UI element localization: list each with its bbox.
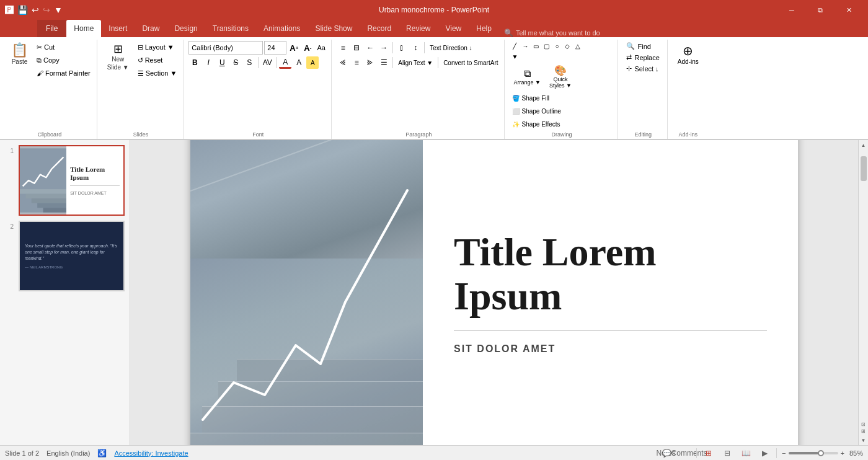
font-color-button[interactable]: A [279,56,291,69]
indent-more-button[interactable]: → [378,42,390,54]
convert-smartart-button[interactable]: Convert to SmartArt [441,56,500,69]
highlight-button[interactable]: A [306,56,319,69]
comments-button[interactable]: 💬 Comments [678,448,691,459]
zoom-out-button[interactable]: − [782,449,786,457]
copy-button[interactable]: ⧉ Copy [34,54,93,66]
tab-review[interactable]: Review [399,20,438,37]
rect-shape[interactable]: ▭ [531,41,541,51]
customize-icon[interactable]: ▼ [54,5,63,15]
scroll-up-arrow[interactable]: ▲ [859,140,869,150]
slide-2-thumb[interactable]: Your best quote that reflects your appro… [19,221,125,291]
zoom-in-button[interactable]: + [841,449,844,457]
arrange-button[interactable]: ⧉ Arrange ▼ [510,66,544,87]
clear-format-button[interactable]: A [293,56,305,69]
zoom-slider[interactable] [789,452,838,454]
tab-help[interactable]: Help [469,20,499,37]
font-name-input[interactable] [188,41,263,55]
layout-button[interactable]: ⊟ Layout ▼ [135,41,180,53]
rounded-rect-shape[interactable]: ▢ [541,41,551,51]
normal-view-button[interactable]: ⊞ [702,448,715,459]
tab-transitions[interactable]: Transitions [205,20,256,37]
fit-zoom-button[interactable]: ⊡ [861,422,866,427]
slide-text-area[interactable]: Title Lorem Ipsum SIT DOLOR AMET [423,140,798,445]
italic-button[interactable]: I [202,56,215,69]
scroll-thumb[interactable] [861,156,867,181]
minimize-button[interactable]: ─ [777,0,806,20]
editing-btns: 🔍 Find ⇄ Replace ⊹ Select ↓ [622,41,663,74]
addins-button[interactable]: ⊕ Add-ins [673,41,704,68]
char-spacing-button[interactable]: AV [261,56,273,69]
quick-styles-button[interactable]: 🎨 Quick Styles ▼ [546,63,575,91]
tab-file[interactable]: File [37,20,66,37]
font-label: Font [188,130,327,139]
line-space-button[interactable]: ↕ [409,42,422,54]
find-button[interactable]: 🔍 Find [622,41,663,51]
shape-outline-label: Shape Outline [521,108,560,115]
tab-design[interactable]: Design [167,20,205,37]
col-button[interactable]: ⫿ [396,42,408,54]
scroll-track[interactable] [859,150,869,420]
shape-effects-button[interactable]: ✨ Shape Effects [510,118,613,130]
align-text-button[interactable]: Align Text ▼ [396,56,435,69]
cut-button[interactable]: ✂ Cut [34,41,93,53]
undo-icon[interactable]: ↩ [32,5,39,15]
increase-font-button[interactable]: A+ [288,42,300,54]
zoom-percent-label[interactable]: 85% [849,449,863,457]
editing-content: 🔍 Find ⇄ Replace ⊹ Select ↓ [622,41,663,130]
underline-button[interactable]: U [216,56,228,69]
paste-button[interactable]: 📋 Paste [6,41,33,68]
decrease-font-button[interactable]: A- [301,42,314,54]
close-button[interactable]: ✕ [835,0,863,20]
indent-less-button[interactable]: ← [364,42,376,54]
slide-1-thumb[interactable]: Title Lorem Ipsum SIT DOLOR AMET [19,145,125,216]
align-right-button[interactable]: ⫸ [364,56,376,69]
more-shapes[interactable]: ▼ [510,51,520,61]
zoom-handle[interactable] [818,450,824,456]
shape-fill-button[interactable]: 🪣 Shape Fill [510,92,613,104]
tab-view[interactable]: View [438,20,469,37]
tab-record[interactable]: Record [360,20,399,37]
change-case-button[interactable]: Aa [315,42,327,54]
text-shadow-button[interactable]: S [243,56,255,69]
section-button[interactable]: ☰ Section ▼ [135,67,180,79]
tab-home[interactable]: Home [66,20,101,37]
arrow-shape[interactable]: → [520,41,530,51]
font-size-input[interactable] [264,41,286,55]
bullets-button[interactable]: ≡ [337,42,349,54]
slide-sorter-button[interactable]: ⊟ [720,448,734,459]
format-painter-label: Format Painter [45,69,91,77]
redo-icon[interactable]: ↪ [43,5,50,15]
align-left-button[interactable]: ⫷ [337,56,349,69]
tab-animations[interactable]: Animations [256,20,308,37]
tab-draw[interactable]: Draw [135,20,167,37]
justify-button[interactable]: ☰ [378,56,390,69]
reset-button[interactable]: ↺ Reset [135,54,180,66]
format-painter-button[interactable]: 🖌 Format Painter [34,67,93,79]
oval-shape[interactable]: ○ [552,41,562,51]
strikethrough-button[interactable]: S [229,56,242,69]
align-center-button[interactable]: ≡ [350,56,363,69]
scroll-down-arrow[interactable]: ▼ [859,435,869,445]
select-button[interactable]: ⊹ Select ↓ [622,63,663,74]
line-shape[interactable]: ╱ [510,41,520,51]
title-bar: 🅿 💾 ↩ ↪ ▼ Urban monochrome - PowerPoint … [0,0,868,20]
shape-outline-button[interactable]: ⬜ Shape Outline [510,105,613,117]
accessibility-label[interactable]: Accessibility: Investigate [114,449,188,457]
new-slide-button[interactable]: ⊞ New Slide ▼ [102,41,134,73]
tab-insert[interactable]: Insert [101,20,135,37]
triangle-shape[interactable]: △ [573,41,583,51]
paste-label: Paste [12,58,28,65]
diamond-shape[interactable]: ◇ [562,41,572,51]
restore-button[interactable]: ⧉ [806,0,835,20]
slideshow-view-button[interactable]: ▶ [758,448,771,459]
numbering-button[interactable]: ⊟ [350,42,363,54]
text-direction-button[interactable]: Text Direction ↓ [427,42,474,54]
tell-me-area[interactable]: 🔍 Tell me what you want to do [504,29,600,37]
slide-canvas[interactable]: Title Lorem Ipsum SIT DOLOR AMET [190,140,798,445]
reading-view-button[interactable]: 📖 [739,448,753,459]
expand-button[interactable]: ⊞ [861,428,866,434]
tab-slideshow[interactable]: Slide Show [308,20,360,37]
save-icon[interactable]: 💾 [17,5,28,15]
replace-button[interactable]: ⇄ Replace [622,52,663,63]
bold-button[interactable]: B [188,56,201,69]
